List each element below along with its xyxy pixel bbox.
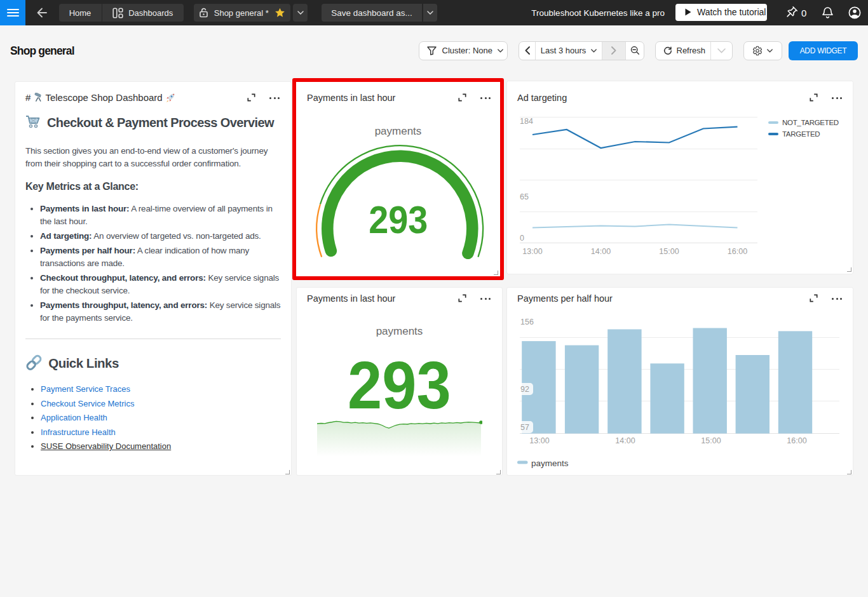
svg-text:184: 184 bbox=[520, 117, 533, 126]
svg-text:16:00: 16:00 bbox=[728, 247, 747, 256]
svg-text:65: 65 bbox=[520, 192, 529, 201]
svg-text:156: 156 bbox=[520, 318, 534, 326]
svg-text:payments: payments bbox=[531, 459, 569, 468]
svg-text:13:00: 13:00 bbox=[529, 436, 549, 445]
svg-text:14:00: 14:00 bbox=[615, 436, 635, 445]
svg-text:NOT_TARGETED: NOT_TARGETED bbox=[782, 119, 839, 126]
svg-text:57: 57 bbox=[520, 423, 529, 432]
svg-text:0: 0 bbox=[520, 234, 524, 243]
svg-text:15:00: 15:00 bbox=[701, 436, 721, 445]
svg-text:13:00: 13:00 bbox=[522, 247, 542, 256]
svg-text:14:00: 14:00 bbox=[591, 247, 611, 256]
svg-text:16:00: 16:00 bbox=[787, 436, 806, 445]
svg-text:92: 92 bbox=[520, 385, 529, 394]
svg-text:15:00: 15:00 bbox=[659, 247, 679, 256]
svg-text:TARGETED: TARGETED bbox=[782, 130, 820, 138]
